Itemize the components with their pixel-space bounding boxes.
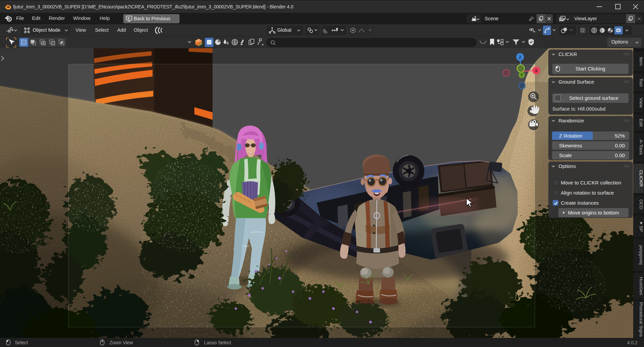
svg-text:X: X xyxy=(535,68,538,73)
svg-text:Y: Y xyxy=(520,73,523,78)
svg-text:Z: Z xyxy=(519,55,521,60)
